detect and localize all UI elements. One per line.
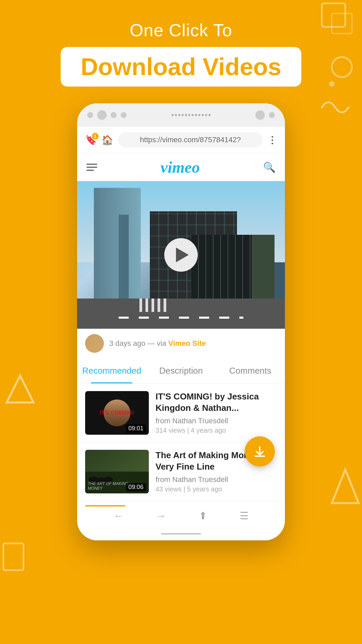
bottom-bar <box>77 501 285 506</box>
tabs-bar: Recommended Description Comments <box>77 358 285 384</box>
rec-from-1: from Nathan Truesdell <box>156 417 277 425</box>
notification-icon-wrap[interactable]: 🔖 1 <box>85 135 97 146</box>
hero-title: Download Videos <box>81 53 282 80</box>
phone-mockup: 🔖 1 🏠 https://vimeo.com/875784142? ⋮ vim… <box>77 103 285 540</box>
phone-camera-right <box>255 110 265 120</box>
search-icon[interactable]: 🔍 <box>263 161 276 173</box>
rec-thumb-1[interactable]: IT'S COMING! 09:01 <box>85 391 149 435</box>
notification-badge: 1 <box>92 133 99 140</box>
rec-title-1: IT'S COMING! by Jessica Kingdon & Nathan… <box>156 391 277 414</box>
rec-meta-1: 314 views | 4 years ago <box>156 427 277 434</box>
phone-dot <box>87 112 93 118</box>
phone-bottom-nav: ← → ⬆ ☰ <box>77 506 285 527</box>
vimeo-logo: vimeo <box>161 158 200 176</box>
home-icon[interactable]: 🏠 <box>102 135 113 146</box>
rec-duration-1: 09:01 <box>126 424 146 433</box>
hamburger-menu[interactable] <box>86 164 97 171</box>
play-button[interactable] <box>164 238 198 272</box>
user-meta: 3 days ago — via Vimeo Site <box>109 339 206 348</box>
list-item: IT'S COMING! 09:01 IT'S COMING! by Jessi… <box>77 384 285 442</box>
phone-dot-2 <box>111 112 117 118</box>
svg-rect-5 <box>3 543 23 570</box>
browser-chrome: 🔖 1 🏠 https://vimeo.com/875784142? ⋮ <box>77 127 285 153</box>
rec-thumb-2[interactable]: THE ART OF MAKING MONEY 09:06 <box>85 450 149 493</box>
url-bar[interactable]: https://vimeo.com/875784142? <box>118 132 263 148</box>
phone-camera <box>97 110 107 120</box>
phone-dot-r <box>269 112 275 118</box>
phone-top-bar <box>77 103 285 127</box>
rec-from-2: from Nathan Truesdell <box>156 475 277 484</box>
home-indicator <box>161 533 201 535</box>
hero-subtitle: One Click To <box>0 20 362 40</box>
tab-description[interactable]: Description <box>146 358 216 383</box>
rec-info-1: IT'S COMING! by Jessica Kingdon & Nathan… <box>156 391 277 434</box>
nav-icon-3[interactable]: ⬆ <box>199 510 207 522</box>
phone-bottom-indicator <box>77 527 285 540</box>
phone-dot-3 <box>121 112 127 118</box>
fab-download-button[interactable] <box>245 436 275 467</box>
user-row: 3 days ago — via Vimeo Site <box>77 329 285 358</box>
rec-thumb-label-1: IT'S COMING! <box>88 410 146 416</box>
nav-icon-4[interactable]: ☰ <box>240 510 249 522</box>
tab-recommended[interactable]: Recommended <box>77 358 146 383</box>
vimeo-nav: vimeo 🔍 <box>77 153 285 181</box>
back-icon[interactable]: ← <box>114 510 124 522</box>
avatar <box>85 334 104 353</box>
tab-comments[interactable]: Comments <box>216 358 285 383</box>
rec-duration-2: 09:06 <box>126 483 146 491</box>
rec-meta-2: 43 views | 5 years ago <box>156 485 277 493</box>
video-thumbnail[interactable] <box>77 181 285 329</box>
play-icon <box>176 248 189 262</box>
download-icon <box>252 444 267 459</box>
more-options-icon[interactable]: ⋮ <box>267 135 277 146</box>
forward-icon[interactable]: → <box>156 510 166 522</box>
phone-speaker <box>172 114 210 116</box>
progress-bar <box>85 505 125 506</box>
